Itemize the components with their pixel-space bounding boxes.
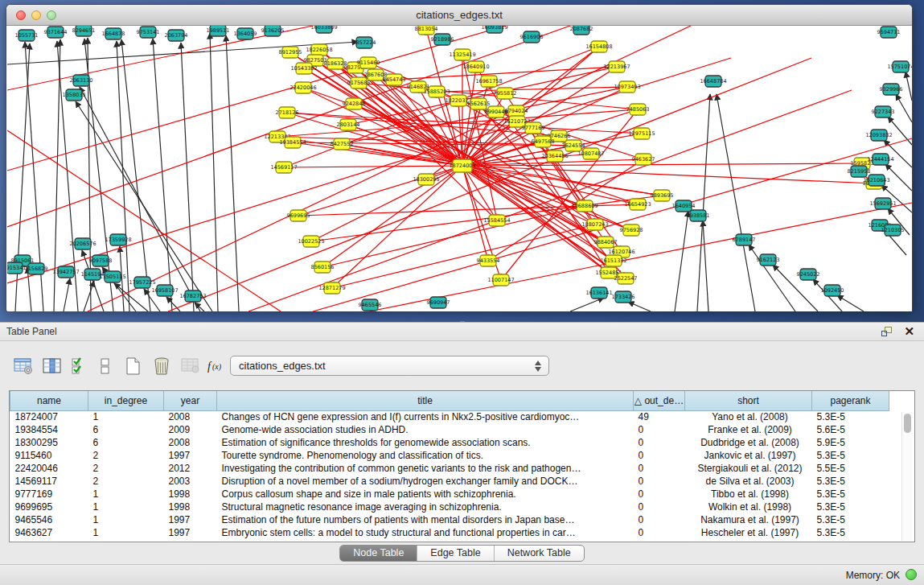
table-selector-dropdown[interactable]: citations_edges.txt xyxy=(230,356,549,376)
graph-node-selected[interactable]: 7485063 xyxy=(626,104,650,115)
graph-node[interactable]: 7857224 xyxy=(353,37,376,48)
graph-node[interactable]: 2063794 xyxy=(165,30,188,41)
graph-node-selected[interactable]: 8912955 xyxy=(279,47,302,58)
edge[interactable] xyxy=(888,117,912,145)
cell-in-degree[interactable]: 1 xyxy=(88,513,164,526)
cell-pagerank[interactable]: 5.6E-5 xyxy=(812,423,889,436)
edge[interactable] xyxy=(896,94,912,122)
graph-node[interactable]: 9616906 xyxy=(520,31,544,43)
table-scrollbar[interactable] xyxy=(901,412,912,541)
selected-edge[interactable] xyxy=(437,87,627,92)
cell-out-de-[interactable]: 0 xyxy=(634,423,685,436)
cell-pagerank[interactable]: 5.3E-5 xyxy=(812,488,889,501)
cell-out-de-[interactable]: 0 xyxy=(634,462,685,475)
graph-node-selected[interactable]: 3624554 xyxy=(562,140,585,151)
graph-node[interactable]: 9329966 xyxy=(880,84,903,95)
cell-in-degree[interactable]: 6 xyxy=(88,423,164,436)
table-row[interactable]: 946554611997Estimation of the future num… xyxy=(10,513,889,526)
cell-pagerank[interactable]: 5.3E-5 xyxy=(812,475,889,488)
table-row[interactable]: 1456911722003Disruption of a novel membe… xyxy=(10,475,889,488)
graph-node[interactable]: 16648784 xyxy=(700,76,726,87)
selected-edge[interactable] xyxy=(462,67,476,166)
graph-node-selected[interactable]: 8813054 xyxy=(415,26,438,35)
graph-node-selected[interactable]: 9242848 xyxy=(343,98,366,109)
graph-node-selected[interactable]: 6497568 xyxy=(532,136,555,147)
selected-edge[interactable] xyxy=(322,166,462,267)
cell-title[interactable]: Embryonic stem cells: a model to study s… xyxy=(217,526,634,539)
graph-node[interactable]: 16136141 xyxy=(585,287,612,299)
cell-short[interactable]: de Silva et al. (2003) xyxy=(685,475,812,488)
close-panel-icon[interactable]: ✕ xyxy=(904,324,914,339)
graph-node[interactable]: 2087682 xyxy=(570,26,593,35)
graph-node-selected[interactable]: 2522547 xyxy=(614,273,638,284)
graph-node[interactable]: 1664878 xyxy=(102,28,125,39)
graph-node[interactable]: 9753141 xyxy=(137,27,160,38)
table-row[interactable]: 911546021997Tourette syndrome. Phenomeno… xyxy=(10,449,889,462)
window-titlebar[interactable]: citations_edges.txt xyxy=(6,5,912,26)
graph-node[interactable]: 12093832 xyxy=(865,130,892,141)
cell-year[interactable]: 1998 xyxy=(164,501,217,513)
selected-edge[interactable] xyxy=(303,88,462,166)
cell-year[interactable]: 1997 xyxy=(164,449,217,462)
cell-short[interactable]: Wolkin et al. (1998) xyxy=(685,501,812,513)
cell-title[interactable]: Estimation of significance thresholds fo… xyxy=(217,436,634,449)
cell-title[interactable]: Structural magnetic resonance image aver… xyxy=(217,501,634,513)
graph-node[interactable]: 1733426 xyxy=(612,291,635,303)
edge[interactable] xyxy=(697,94,710,311)
edge[interactable] xyxy=(628,302,651,311)
cell-out-de-[interactable]: 0 xyxy=(634,501,685,513)
table-row[interactable]: 1872400712008Changes of HCN gene express… xyxy=(10,410,889,423)
cell-title[interactable]: Investigating the contribution of common… xyxy=(217,462,634,475)
graph-node[interactable]: 2063130 xyxy=(70,75,93,86)
edge[interactable] xyxy=(121,39,150,311)
graph-node[interactable]: 1989511 xyxy=(207,26,230,36)
selected-edge[interactable] xyxy=(332,166,462,288)
table-row[interactable]: 1938455462009Genome-wide association stu… xyxy=(10,423,889,436)
cell-out-de-[interactable]: 0 xyxy=(634,475,685,488)
cell-year[interactable]: 2003 xyxy=(164,475,217,488)
edge[interactable] xyxy=(703,220,708,311)
graph-node-selected[interactable]: 16654923 xyxy=(624,199,651,210)
table-row[interactable]: 969969511998Structural magnetic resonanc… xyxy=(10,501,889,513)
function-builder-icon[interactable]: f(x) xyxy=(204,353,228,379)
graph-node[interactable]: 6789147 xyxy=(733,234,756,245)
select-columns-icon[interactable] xyxy=(68,353,92,379)
graph-node[interactable]: 9097588 xyxy=(89,255,113,266)
graph-node[interactable]: 9465546 xyxy=(359,299,382,311)
cell-name[interactable]: 18300295 xyxy=(10,436,88,449)
graph-node-selected[interactable]: 18724007 xyxy=(449,159,475,172)
cell-out-de-[interactable]: 0 xyxy=(634,436,685,449)
cell-name[interactable]: 9465546 xyxy=(10,513,88,526)
graph-node-selected[interactable]: 7955812 xyxy=(494,88,517,99)
graph-node[interactable]: 16033809 xyxy=(310,26,337,33)
graph-node[interactable]: 1092450 xyxy=(821,285,844,296)
selected-edge[interactable] xyxy=(311,166,462,241)
edge[interactable] xyxy=(837,295,864,311)
graph-node-selected[interactable]: 11007147 xyxy=(487,274,514,286)
cell-in-degree[interactable]: 6 xyxy=(88,436,164,449)
new-column-icon[interactable] xyxy=(121,353,145,379)
column-header-short[interactable]: short xyxy=(685,391,812,410)
cell-title[interactable]: Changes of HCN gene expression and I(f) … xyxy=(217,410,634,423)
graph-node-selected[interactable]: 22420046 xyxy=(290,82,316,93)
cell-short[interactable]: Jankovic et al. (1997) xyxy=(685,449,812,462)
graph-node[interactable]: 17957225 xyxy=(129,277,155,288)
selected-edge[interactable] xyxy=(313,138,912,311)
network-canvas[interactable]: 1872400789129551822605898275038186328982… xyxy=(7,26,912,311)
graph-node[interactable]: 9218986 xyxy=(431,34,454,45)
cell-out-de-[interactable]: 49 xyxy=(634,410,685,423)
graph-node-selected[interactable]: 10688609 xyxy=(571,200,598,212)
graph-node[interactable]: 8294651 xyxy=(72,26,96,36)
cell-title[interactable]: Estimation of the future numbers of pati… xyxy=(217,513,634,526)
graph-node-selected[interactable]: 9884067 xyxy=(594,237,618,248)
cell-pagerank[interactable]: 5.3E-5 xyxy=(812,501,889,513)
cell-pagerank[interactable]: 5.3E-5 xyxy=(812,513,889,526)
cell-short[interactable]: Nakamura et al. (1997) xyxy=(685,513,812,526)
cell-title[interactable]: Disruption of a novel member of a sodium… xyxy=(217,475,634,488)
cell-title[interactable]: Tourette syndrome. Phenomenology and cla… xyxy=(217,449,634,462)
cell-name[interactable]: 14569117 xyxy=(10,475,88,488)
edge[interactable] xyxy=(153,39,172,311)
graph-node[interactable]: 9162123 xyxy=(757,254,780,266)
scrollbar-thumb[interactable] xyxy=(904,414,911,433)
cell-year[interactable]: 1997 xyxy=(164,513,217,526)
